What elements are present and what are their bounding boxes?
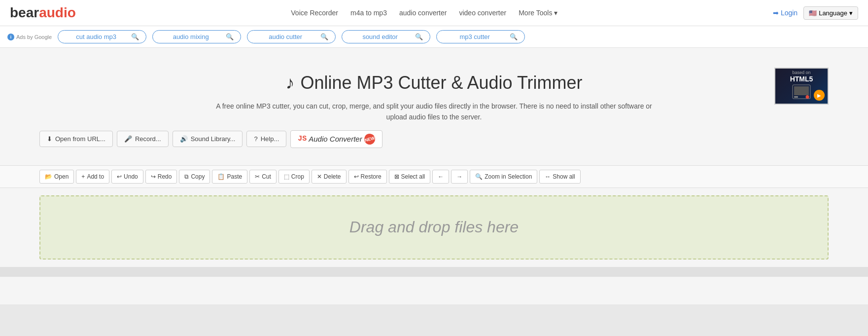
- record-button[interactable]: 🎤 Record...: [117, 131, 169, 147]
- nav-video-converter[interactable]: video converter: [459, 9, 506, 17]
- hero-title: ♪ Online MP3 Cutter & Audio Trimmer: [39, 73, 829, 93]
- search-icon: 🔍: [226, 33, 234, 40]
- video-thumb-text: based on HTML5: [790, 70, 813, 102]
- paste-icon: 📋: [217, 173, 225, 180]
- header-right: ➡ Login 🇺🇸 Language ▾: [773, 6, 858, 20]
- ad-pill-4[interactable]: mp3 cutter 🔍: [436, 30, 525, 43]
- search-icon: 🔍: [320, 33, 328, 40]
- ads-label: i Ads by Google: [7, 34, 52, 40]
- main-content: ♪ Online MP3 Cutter & Audio Trimmer base…: [0, 48, 868, 304]
- ad-pill-1[interactable]: audio mixing 🔍: [152, 30, 241, 43]
- js-label: JS: [298, 135, 307, 143]
- open-url-button[interactable]: ⬇ Open from URL...: [39, 131, 113, 147]
- microphone-icon: 🎤: [124, 135, 132, 143]
- toolbar-paste[interactable]: 📋 Paste: [212, 170, 247, 184]
- toolbar-delete[interactable]: ✕ Delete: [312, 170, 347, 184]
- main-nav: Voice Recorder m4a to mp3 audio converte…: [91, 9, 758, 17]
- js-audio-converter-button[interactable]: JS Audio Converter NEW: [290, 130, 382, 148]
- toolbar-right[interactable]: →: [451, 170, 468, 184]
- svg-point-3: [805, 95, 809, 99]
- ad-pill-3[interactable]: sound editor 🔍: [342, 30, 430, 43]
- copy-icon: ⧉: [184, 173, 189, 180]
- action-buttons: ⬇ Open from URL... 🎤 Record... 🔊 Sound L…: [39, 130, 829, 148]
- toolbar-restore[interactable]: ↩ Restore: [348, 170, 387, 184]
- login-button[interactable]: ➡ Login: [773, 9, 798, 17]
- bottom-bar: [0, 267, 868, 277]
- sound-library-button[interactable]: 🔊 Sound Library...: [173, 131, 243, 147]
- login-icon: ➡: [773, 9, 779, 17]
- nav-voice-recorder[interactable]: Voice Recorder: [291, 9, 338, 17]
- nav-audio-converter[interactable]: audio converter: [399, 9, 447, 17]
- video-thumb-inner: based on HTML5 ▶: [775, 69, 828, 104]
- logo[interactable]: bearaudio: [10, 5, 76, 21]
- zoom-icon: 🔍: [475, 173, 483, 180]
- arrow-right-icon: →: [456, 173, 462, 180]
- show-all-icon: ↔: [545, 173, 551, 180]
- search-icon: 🔍: [415, 33, 423, 40]
- drop-zone-text: Drag and drop files here: [349, 218, 519, 236]
- nav-more-tools[interactable]: More Tools ▾: [519, 9, 557, 17]
- new-badge: NEW: [363, 132, 376, 146]
- download-icon: ⬇: [47, 135, 52, 143]
- folder-icon: 📂: [45, 173, 52, 180]
- svg-rect-1: [794, 86, 809, 95]
- flag-icon: 🇺🇸: [809, 9, 817, 17]
- search-icon: 🔍: [131, 33, 139, 40]
- header: bearaudio Voice Recorder m4a to mp3 audi…: [0, 0, 868, 26]
- svg-rect-2: [794, 96, 798, 98]
- ads-bar: i Ads by Google cut audio mp3 🔍 audio mi…: [0, 26, 868, 48]
- ad-pill-2[interactable]: audio cutter 🔍: [247, 30, 336, 43]
- arrow-left-icon: ←: [438, 173, 444, 180]
- drop-zone-container: Drag and drop files here: [39, 188, 829, 267]
- toolbar-open[interactable]: 📂 Open: [39, 170, 74, 184]
- audio-converter-label: Audio Converter: [309, 135, 362, 143]
- language-button[interactable]: 🇺🇸 Language ▾: [803, 6, 858, 20]
- add-icon: +: [81, 173, 85, 180]
- hero-section: ♪ Online MP3 Cutter & Audio Trimmer base…: [39, 63, 829, 165]
- toolbar-undo[interactable]: ↩ Undo: [111, 170, 143, 184]
- speaker-icon: 🔊: [180, 135, 188, 143]
- undo-icon: ↩: [117, 173, 122, 180]
- logo-bear: bear: [10, 5, 39, 20]
- toolbar-add-to[interactable]: + Add to: [76, 170, 109, 184]
- cut-icon: ✂: [255, 173, 260, 180]
- video-thumbnail[interactable]: based on HTML5 ▶: [774, 68, 829, 105]
- restore-icon: ↩: [354, 173, 359, 180]
- toolbar-crop[interactable]: ⬚ Crop: [278, 170, 310, 184]
- redo-icon: ↪: [151, 173, 156, 180]
- toolbar-show-all[interactable]: ↔ Show all: [539, 170, 580, 184]
- select-all-icon: ⊠: [394, 173, 399, 180]
- toolbar-select-all[interactable]: ⊠ Select all: [389, 170, 431, 184]
- chevron-down-icon: ▾: [849, 9, 853, 17]
- info-icon: i: [7, 34, 14, 40]
- toolbar-left[interactable]: ←: [432, 170, 449, 184]
- help-button[interactable]: ? Help...: [246, 131, 286, 147]
- nav-m4a-mp3[interactable]: m4a to mp3: [350, 9, 387, 17]
- toolbar: 📂 Open + Add to ↩ Undo ↪ Redo ⧉ Copy 📋 P…: [0, 165, 868, 188]
- logo-audio: audio: [39, 5, 76, 20]
- hero-description: A free online MP3 cutter, you can cut, c…: [212, 101, 656, 123]
- toolbar-cut[interactable]: ✂ Cut: [249, 170, 277, 184]
- chevron-down-icon: ▾: [554, 9, 557, 17]
- music-note-icon: ♪: [285, 73, 294, 93]
- toolbar-zoom-selection[interactable]: 🔍 Zoom in Selection: [470, 170, 537, 184]
- search-icon: 🔍: [510, 33, 518, 40]
- delete-icon: ✕: [317, 173, 322, 180]
- play-button[interactable]: ▶: [814, 90, 825, 101]
- ad-pill-0[interactable]: cut audio mp3 🔍: [58, 30, 146, 43]
- crop-icon: ⬚: [284, 173, 289, 180]
- drop-zone[interactable]: Drag and drop files here: [39, 195, 829, 260]
- toolbar-copy[interactable]: ⧉ Copy: [179, 170, 210, 184]
- toolbar-redo[interactable]: ↪ Redo: [145, 170, 177, 184]
- help-icon: ?: [254, 135, 257, 143]
